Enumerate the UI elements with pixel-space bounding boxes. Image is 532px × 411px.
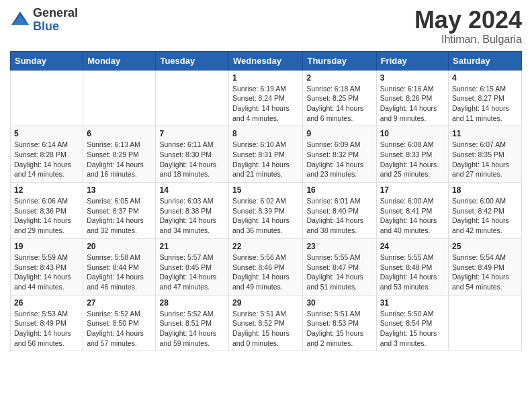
- day-number: 8: [232, 129, 299, 138]
- day-number: 7: [159, 129, 225, 138]
- col-saturday: Saturday: [449, 51, 522, 70]
- day-info: Sunrise: 6:00 AM Sunset: 8:42 PM Dayligh…: [452, 196, 518, 236]
- calendar-day: 15Sunrise: 6:02 AM Sunset: 8:39 PM Dayli…: [229, 183, 303, 239]
- col-friday: Friday: [376, 51, 448, 70]
- day-info: Sunrise: 6:00 AM Sunset: 8:41 PM Dayligh…: [380, 196, 445, 236]
- calendar-week-1: 1Sunrise: 6:19 AM Sunset: 8:24 PM Daylig…: [11, 70, 522, 126]
- calendar-day: 23Sunrise: 5:55 AM Sunset: 8:47 PM Dayli…: [303, 238, 376, 295]
- day-number: 27: [87, 298, 152, 308]
- day-info: Sunrise: 6:10 AM Sunset: 8:31 PM Dayligh…: [232, 140, 299, 179]
- day-info: Sunrise: 6:15 AM Sunset: 8:27 PM Dayligh…: [452, 84, 518, 124]
- col-monday: Monday: [83, 51, 156, 70]
- calendar-day: 25Sunrise: 5:54 AM Sunset: 8:49 PM Dayli…: [449, 238, 522, 295]
- day-number: 6: [87, 129, 152, 138]
- calendar-day: 31Sunrise: 5:50 AM Sunset: 8:54 PM Dayli…: [376, 295, 448, 351]
- calendar-day: 16Sunrise: 6:01 AM Sunset: 8:40 PM Dayli…: [303, 183, 376, 239]
- day-info: Sunrise: 6:01 AM Sunset: 8:40 PM Dayligh…: [306, 196, 372, 236]
- calendar-day: 5Sunrise: 6:14 AM Sunset: 8:28 PM Daylig…: [11, 126, 83, 183]
- day-info: Sunrise: 6:09 AM Sunset: 8:32 PM Dayligh…: [306, 140, 372, 179]
- day-number: 28: [159, 298, 225, 308]
- calendar-week-5: 26Sunrise: 5:53 AM Sunset: 8:49 PM Dayli…: [11, 295, 522, 351]
- day-number: 1: [232, 73, 299, 83]
- location-title: Ihtiman, Bulgaria: [414, 34, 522, 46]
- day-info: Sunrise: 6:16 AM Sunset: 8:26 PM Dayligh…: [380, 84, 445, 124]
- day-info: Sunrise: 6:03 AM Sunset: 8:38 PM Dayligh…: [159, 196, 225, 236]
- calendar-day: 28Sunrise: 5:52 AM Sunset: 8:51 PM Dayli…: [156, 295, 229, 351]
- day-number: 25: [452, 242, 518, 251]
- day-info: Sunrise: 5:56 AM Sunset: 8:46 PM Dayligh…: [232, 253, 299, 292]
- month-title: May 2024: [414, 7, 522, 34]
- day-number: 24: [380, 242, 445, 251]
- calendar-day: 26Sunrise: 5:53 AM Sunset: 8:49 PM Dayli…: [11, 295, 83, 351]
- day-info: Sunrise: 5:55 AM Sunset: 8:48 PM Dayligh…: [380, 253, 445, 292]
- calendar-day: 17Sunrise: 6:00 AM Sunset: 8:41 PM Dayli…: [376, 183, 448, 239]
- calendar-day: 12Sunrise: 6:06 AM Sunset: 8:36 PM Dayli…: [11, 183, 83, 239]
- page: General Blue May 2024 Ihtiman, Bulgaria …: [0, 0, 532, 361]
- day-info: Sunrise: 6:19 AM Sunset: 8:24 PM Dayligh…: [232, 84, 299, 124]
- calendar-day: 8Sunrise: 6:10 AM Sunset: 8:31 PM Daylig…: [229, 126, 303, 183]
- day-info: Sunrise: 6:02 AM Sunset: 8:39 PM Dayligh…: [232, 196, 299, 236]
- day-info: Sunrise: 6:08 AM Sunset: 8:33 PM Dayligh…: [380, 140, 445, 179]
- calendar-day: 3Sunrise: 6:16 AM Sunset: 8:26 PM Daylig…: [376, 70, 448, 126]
- calendar-day: [83, 70, 156, 126]
- calendar-day: 11Sunrise: 6:07 AM Sunset: 8:35 PM Dayli…: [449, 126, 522, 183]
- calendar-day: 2Sunrise: 6:18 AM Sunset: 8:25 PM Daylig…: [303, 70, 376, 126]
- day-number: 31: [380, 298, 445, 308]
- calendar-table: Sunday Monday Tuesday Wednesday Thursday…: [10, 51, 522, 352]
- day-number: 17: [380, 185, 445, 195]
- calendar-day: 29Sunrise: 5:51 AM Sunset: 8:52 PM Dayli…: [229, 295, 303, 351]
- calendar-day: 24Sunrise: 5:55 AM Sunset: 8:48 PM Dayli…: [376, 238, 448, 295]
- day-number: 5: [14, 129, 79, 138]
- day-number: 14: [159, 185, 225, 195]
- calendar-week-2: 5Sunrise: 6:14 AM Sunset: 8:28 PM Daylig…: [11, 126, 522, 183]
- day-number: 13: [87, 185, 152, 195]
- day-number: 12: [14, 185, 79, 195]
- day-info: Sunrise: 5:59 AM Sunset: 8:43 PM Dayligh…: [14, 253, 79, 292]
- logo-text: General Blue: [33, 7, 78, 34]
- day-info: Sunrise: 5:50 AM Sunset: 8:54 PM Dayligh…: [380, 309, 445, 349]
- day-info: Sunrise: 6:13 AM Sunset: 8:29 PM Dayligh…: [87, 140, 152, 179]
- day-number: 4: [452, 73, 518, 83]
- logo-general-text: General: [33, 7, 78, 20]
- calendar-day: [11, 70, 83, 126]
- day-number: 10: [380, 129, 445, 138]
- calendar-day: 14Sunrise: 6:03 AM Sunset: 8:38 PM Dayli…: [156, 183, 229, 239]
- calendar-day: 30Sunrise: 5:51 AM Sunset: 8:53 PM Dayli…: [303, 295, 376, 351]
- day-number: 30: [306, 298, 372, 308]
- calendar-day: 20Sunrise: 5:58 AM Sunset: 8:44 PM Dayli…: [83, 238, 156, 295]
- day-number: 29: [232, 298, 299, 308]
- day-number: 3: [380, 73, 445, 83]
- logo-blue-text: Blue: [33, 20, 78, 34]
- day-number: 21: [159, 242, 225, 251]
- day-number: 15: [232, 185, 299, 195]
- calendar-day: [156, 70, 229, 126]
- day-info: Sunrise: 5:51 AM Sunset: 8:52 PM Dayligh…: [232, 309, 299, 349]
- day-info: Sunrise: 6:18 AM Sunset: 8:25 PM Dayligh…: [306, 84, 372, 124]
- day-info: Sunrise: 5:55 AM Sunset: 8:47 PM Dayligh…: [306, 253, 372, 292]
- day-number: 2: [306, 73, 372, 83]
- day-info: Sunrise: 5:53 AM Sunset: 8:49 PM Dayligh…: [14, 309, 79, 349]
- col-wednesday: Wednesday: [229, 51, 303, 70]
- day-info: Sunrise: 6:06 AM Sunset: 8:36 PM Dayligh…: [14, 196, 79, 236]
- col-thursday: Thursday: [303, 51, 376, 70]
- calendar-body: 1Sunrise: 6:19 AM Sunset: 8:24 PM Daylig…: [11, 70, 522, 351]
- calendar-day: 10Sunrise: 6:08 AM Sunset: 8:33 PM Dayli…: [376, 126, 448, 183]
- day-number: 20: [87, 242, 152, 251]
- calendar-day: 1Sunrise: 6:19 AM Sunset: 8:24 PM Daylig…: [229, 70, 303, 126]
- day-info: Sunrise: 5:58 AM Sunset: 8:44 PM Dayligh…: [87, 253, 152, 292]
- day-info: Sunrise: 6:14 AM Sunset: 8:28 PM Dayligh…: [14, 140, 79, 179]
- day-info: Sunrise: 5:54 AM Sunset: 8:49 PM Dayligh…: [452, 253, 518, 292]
- day-info: Sunrise: 5:51 AM Sunset: 8:53 PM Dayligh…: [306, 309, 372, 349]
- calendar-day: 9Sunrise: 6:09 AM Sunset: 8:32 PM Daylig…: [303, 126, 376, 183]
- calendar-day: 22Sunrise: 5:56 AM Sunset: 8:46 PM Dayli…: [229, 238, 303, 295]
- day-number: 23: [306, 242, 372, 251]
- day-number: 16: [306, 185, 372, 195]
- calendar-day: [449, 295, 522, 351]
- day-info: Sunrise: 6:05 AM Sunset: 8:37 PM Dayligh…: [87, 196, 152, 236]
- logo: General Blue: [10, 7, 78, 34]
- title-block: May 2024 Ihtiman, Bulgaria: [414, 7, 522, 46]
- calendar-day: 7Sunrise: 6:11 AM Sunset: 8:30 PM Daylig…: [156, 126, 229, 183]
- calendar-day: 27Sunrise: 5:52 AM Sunset: 8:50 PM Dayli…: [83, 295, 156, 351]
- calendar-week-4: 19Sunrise: 5:59 AM Sunset: 8:43 PM Dayli…: [11, 238, 522, 295]
- day-info: Sunrise: 5:52 AM Sunset: 8:50 PM Dayligh…: [87, 309, 152, 349]
